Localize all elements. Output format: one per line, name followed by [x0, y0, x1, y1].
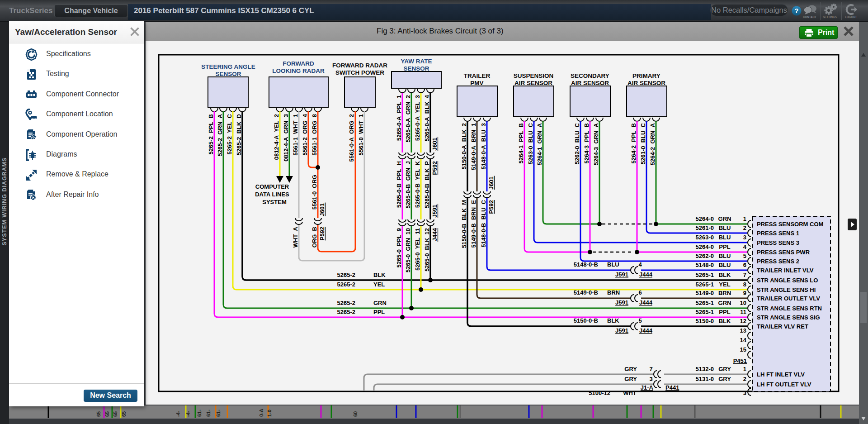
svg-text:PRESS SENS 2: PRESS SENS 2	[757, 258, 799, 265]
svg-text:5131-0: 5131-0	[696, 376, 714, 382]
svg-text:STR ANGLE SENS SIG: STR ANGLE SENS SIG	[757, 314, 820, 321]
svg-text:J601: J601	[488, 176, 495, 190]
svg-text:WHT A: WHT A	[292, 226, 299, 248]
svg-text:J591: J591	[615, 327, 628, 334]
svg-text:0812-4-A YEL 2: 0812-4-A YEL 2	[273, 114, 280, 160]
svg-text:FORWARD: FORWARD	[283, 60, 314, 67]
svg-text:P592: P592	[488, 200, 495, 214]
svg-text:STR ANGLE SENS RTN: STR ANGLE SENS RTN	[757, 305, 822, 312]
svg-text:P451: P451	[733, 357, 747, 364]
svg-text:GRY: GRY	[718, 376, 731, 382]
svg-text:65: 65	[113, 411, 118, 417]
svg-text:BLU: BLU	[719, 234, 731, 241]
svg-text:PMV: PMV	[470, 80, 483, 86]
svg-text:5561-1 WHT 1: 5561-1 WHT 1	[292, 114, 299, 156]
svg-text:5: 5	[743, 252, 746, 259]
svg-text:SENSOR: SENSOR	[403, 65, 429, 72]
svg-text:5265-2 GRN A: 5265-2 GRN A	[217, 114, 223, 156]
svg-text:J1-A: J1-A	[641, 384, 654, 391]
svg-text:5150-0-A BLK 2: 5150-0-A BLK 2	[461, 123, 467, 170]
svg-text:PRESS SENSORM COM: PRESS SENSORM COM	[757, 221, 823, 228]
svg-text:9: 9	[743, 290, 746, 296]
svg-text:SENSOR: SENSOR	[215, 71, 241, 77]
svg-text:5561-0-A ORG 2: 5561-0-A ORG 2	[348, 114, 355, 162]
svg-text:5265-0 GRN 10: 5265-0 GRN 10	[405, 228, 411, 272]
svg-text:5265-2 BLK D: 5265-2 BLK D	[236, 114, 242, 155]
svg-text:5265-0-A BLK 4: 5265-0-A BLK 4	[424, 95, 430, 141]
svg-text:5148-0-A BLU 3: 5148-0-A BLU 3	[480, 123, 487, 170]
svg-text:5264-1 PPL B: 5264-1 PPL B	[518, 123, 524, 164]
svg-text:J601: J601	[431, 138, 438, 151]
svg-text:5265-2: 5265-2	[337, 281, 355, 288]
svg-text:5261-0: 5261-0	[696, 224, 714, 231]
svg-text:LH FT INLET VLV: LH FT INLET VLV	[757, 371, 805, 378]
svg-text:5264-2 PPL B: 5264-2 PPL B	[630, 123, 637, 164]
svg-text:AIR SENSOR: AIR SENSOR	[571, 80, 609, 86]
svg-text:J601: J601	[319, 203, 326, 216]
svg-text:SWITCH POWER: SWITCH POWER	[335, 69, 384, 76]
svg-text:BRN: BRN	[718, 290, 731, 296]
svg-text:8: 8	[743, 281, 746, 288]
svg-text:5263-0 BLU C: 5263-0 BLU C	[527, 123, 534, 164]
svg-text:PPL: PPL	[373, 309, 385, 315]
svg-text:7: 7	[743, 272, 746, 278]
svg-text:BLK: BLK	[719, 272, 731, 278]
svg-text:5149-0: 5149-0	[696, 290, 714, 296]
svg-text:BLU: BLU	[607, 261, 619, 268]
svg-text:5265-0-A YEL 3: 5265-0-A YEL 3	[414, 95, 421, 141]
svg-text:1: 1	[743, 366, 746, 372]
svg-text:5265-0 YEL 11: 5265-0 YEL 11	[414, 228, 421, 271]
svg-text:61-: 61-	[206, 410, 211, 417]
svg-text:5261-0 BLU C: 5261-0 BLU C	[640, 123, 646, 164]
svg-text:7: 7	[649, 366, 652, 372]
svg-text:SYSTEM: SYSTEM	[262, 199, 286, 205]
svg-text:5150-0: 5150-0	[696, 318, 714, 324]
svg-text:65: 65	[104, 411, 110, 417]
svg-text:5148-0: 5148-0	[696, 262, 714, 268]
svg-text:5150-0-B BLK M: 5150-0-B BLK M	[461, 200, 467, 248]
svg-text:6: 6	[638, 289, 642, 296]
svg-text:P592: P592	[319, 227, 326, 240]
svg-text:61-: 61-	[197, 410, 202, 417]
svg-text:5262-0: 5262-0	[696, 252, 714, 259]
svg-text:P592: P592	[431, 161, 438, 175]
svg-text:14: 14	[740, 337, 747, 343]
svg-text:5265-0-A PPL 1: 5265-0-A PPL 1	[396, 95, 402, 141]
svg-text:5100-12: 5100-12	[589, 390, 610, 396]
svg-text:TRAILER VLV RET: TRAILER VLV RET	[757, 323, 808, 330]
svg-text:FORWARD RADAR: FORWARD RADAR	[332, 62, 387, 69]
svg-text:5265-0-B BLK P: 5265-0-B BLK P	[424, 161, 430, 208]
svg-text:BLU: BLU	[719, 224, 731, 231]
svg-text:1: 1	[743, 215, 746, 222]
svg-text:5150-0-B: 5150-0-B	[574, 317, 598, 324]
svg-text:5262-0 BLU C: 5262-0 BLU C	[574, 123, 580, 164]
svg-text:15: 15	[740, 346, 746, 353]
svg-text:J444: J444	[431, 228, 438, 241]
svg-text:BLU: BLU	[719, 262, 731, 268]
svg-text:61-: 61-	[216, 410, 221, 417]
svg-text:BRN: BRN	[607, 289, 620, 296]
svg-text:BLK: BLK	[719, 318, 731, 324]
svg-text:5265-1: 5265-1	[696, 281, 714, 288]
svg-text:5265-0-B YEL K: 5265-0-B YEL K	[414, 161, 421, 208]
svg-text:SUSPENSION: SUSPENSION	[514, 72, 554, 79]
svg-text:6: 6	[743, 262, 746, 268]
svg-text:5149-0-B: 5149-0-B	[574, 289, 598, 296]
svg-text:0-A: 0-A	[259, 409, 264, 417]
svg-text:GRY: GRY	[718, 366, 731, 372]
svg-text:3: 3	[743, 234, 746, 241]
svg-text:65: 65	[121, 411, 127, 417]
svg-text:4: 4	[638, 261, 642, 268]
svg-text:5149-0-A BRN 1: 5149-0-A BRN 1	[470, 123, 477, 170]
svg-text:5264-3 GRN A: 5264-3 GRN A	[593, 123, 599, 165]
svg-text:5265-0 BLK 12: 5265-0 BLK 12	[424, 228, 430, 272]
svg-text:5265-1: 5265-1	[696, 309, 714, 315]
svg-text:STR ANGLE SENS HI: STR ANGLE SENS HI	[757, 286, 816, 293]
svg-text:5265-0 PPL 9: 5265-0 PPL 9	[396, 228, 402, 267]
svg-text:?: ?	[795, 7, 799, 14]
svg-text:5264-0: 5264-0	[696, 215, 714, 222]
svg-text:12: 12	[740, 318, 746, 324]
svg-text:J444: J444	[639, 271, 653, 278]
svg-text:PPL: PPL	[719, 243, 730, 250]
svg-text:5265-2: 5265-2	[337, 309, 355, 315]
